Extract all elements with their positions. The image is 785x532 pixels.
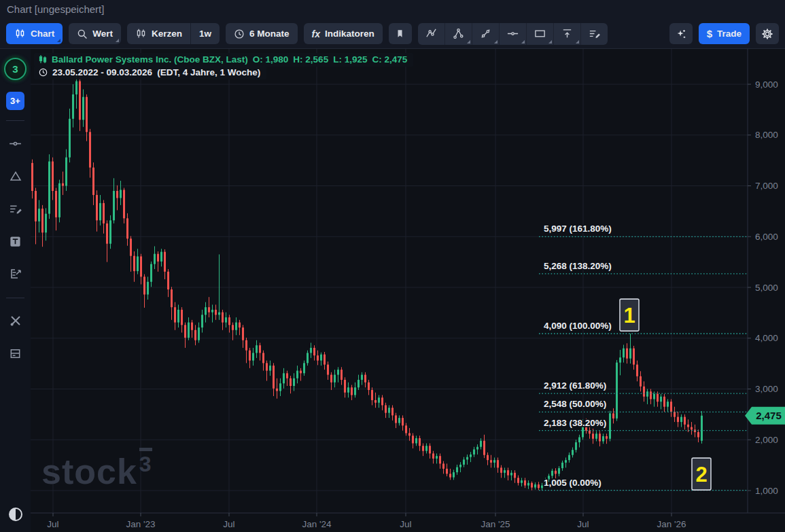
svg-text:Jul: Jul [577,519,589,529]
svg-text:9,000: 9,000 [755,79,778,90]
horizontal-line-tool-button[interactable] [499,23,526,45]
price-chart-canvas[interactable]: 5,997 (161.80%)5,268 (138.20%)4,090 (100… [31,49,785,532]
horizontal-line-icon [506,27,519,40]
sidebar-triangle-pattern-tool[interactable] [8,169,23,183]
sidebar-horizontal-line-tool[interactable] [8,136,23,151]
svg-text:Jul: Jul [400,519,411,529]
arrow-up-to-line-tool-button[interactable] [553,23,580,45]
svg-text:2,000: 2,000 [755,435,778,445]
svg-text:2,548 (50.00%): 2,548 (50.00%) [544,399,606,409]
curve-tool-button[interactable] [418,23,444,45]
fx-icon: fx [312,29,320,39]
sidebar-annotation-tool[interactable] [8,266,23,281]
indicator-edit-tool-button[interactable] [580,23,608,45]
instrument-search-button[interactable]: Wert [69,23,121,44]
legend-date-range: 23.05.2022 - 09.03.2026 [52,67,152,77]
trendline-icon [479,27,492,40]
rectangle-icon [534,27,546,40]
drawing-tools-group [418,23,608,45]
date-range-legend[interactable]: 23.05.2022 - 09.03.2026(EDT, 4 Jahre, 1 … [34,66,266,79]
svg-text:2,183 (38.20%): 2,183 (38.20%) [544,418,606,428]
svg-text:1: 1 [623,304,635,327]
bookmark-button[interactable] [389,23,412,44]
interval-button[interactable]: 1w [191,23,220,44]
svg-text:8,000: 8,000 [755,130,778,140]
svg-text:3,000: 3,000 [755,384,778,394]
svg-text:Jan '25: Jan '25 [481,519,510,529]
pitchfork-tool-button[interactable] [444,23,472,45]
legend-range-detail: (EDT, 4 Jahre, 1 Woche) [157,67,260,77]
rectangle-tool-button[interactable] [526,23,553,45]
dollar-icon: $ [707,28,712,39]
sparkles-icon [675,28,687,40]
arrow-up-to-line-icon [561,27,574,40]
chart-tab-button[interactable]: Chart [6,23,63,44]
trade-button[interactable]: $ Trade [699,23,750,44]
sidebar-indicator-edit-tool[interactable] [8,201,23,216]
svg-text:5,000: 5,000 [755,283,778,293]
zigzag-points-icon [425,27,438,40]
svg-text:6,000: 6,000 [755,232,778,242]
legend-open: O: 1,980 [253,54,289,65]
divider [6,120,24,121]
candlestick-icon [135,28,147,39]
ai-assistant-button[interactable] [669,23,693,44]
sliders-pencil-icon [588,27,601,40]
left-sidebar: 3 3+ [0,49,31,532]
instrument-search-label: Wert [92,29,113,39]
svg-text:5,997 (161.80%): 5,997 (161.80%) [544,224,612,234]
window-title: Chart [ungespeichert] [7,3,104,15]
svg-text:1,005 (0.00%): 1,005 (0.00%) [544,478,601,488]
chart-type-button[interactable]: Kerzen [127,23,190,44]
indicators-label: Indikatoren [325,29,374,39]
theme-toggle-icon[interactable] [9,508,22,521]
angle-lines-icon [452,27,465,40]
legend-low: L: 1,925 [333,54,367,65]
instrument-name: Ballard Power Systems Inc. (Cboe BZX, La… [52,54,248,65]
svg-text:2,912 (61.80%): 2,912 (61.80%) [544,380,606,391]
svg-text:1,000: 1,000 [755,486,778,496]
svg-text:Jul: Jul [223,519,234,529]
time-range-label: 6 Monate [249,29,290,39]
candlestick-icon [14,28,26,39]
indicators-button[interactable]: fx Indikatoren [304,23,383,44]
legend-high: H: 2,565 [293,54,328,65]
clock-icon [234,29,245,39]
chart-type-label: Kerzen [152,29,182,39]
settings-button[interactable] [756,23,779,44]
svg-text:4,000: 4,000 [755,333,778,343]
stock3-logo[interactable]: 3 [4,58,27,80]
svg-text:7,000: 7,000 [755,181,778,191]
time-range-button[interactable]: 6 Monate [226,23,298,44]
svg-text:Jul: Jul [47,519,58,529]
divider [6,298,24,298]
chart-region: 5,997 (161.80%)5,268 (138.20%)4,090 (100… [31,49,785,532]
chart-tab-label: Chart [31,29,54,39]
instrument-legend[interactable]: Ballard Power Systems Inc. (Cboe BZX, La… [34,53,413,67]
trendline-tool-button[interactable] [472,23,499,45]
clock-icon [39,68,48,77]
chart-type-interval-group: Kerzen 1w [127,23,220,44]
stock3-plus-button[interactable]: 3+ [6,92,24,110]
gear-icon [761,28,773,40]
svg-text:5,268 (138.20%): 5,268 (138.20%) [544,261,612,271]
svg-text:2,475: 2,475 [756,410,782,421]
sidebar-layout-panels[interactable] [8,346,23,361]
bookmark-icon [395,29,405,39]
svg-text:4,090 (100.00%): 4,090 (100.00%) [544,321,612,331]
interval-label: 1w [199,29,211,39]
window-titlebar: Chart [ungespeichert] [0,0,785,19]
search-icon [77,29,88,39]
trade-label: Trade [717,29,742,39]
sidebar-text-tool[interactable] [8,234,23,249]
svg-text:Jan '26: Jan '26 [657,519,686,529]
sidebar-tools[interactable] [8,313,23,328]
svg-text:2: 2 [695,463,707,486]
toolbar-right-cluster: $ Trade [669,23,779,44]
main-toolbar: Chart Wert Kerzen 1w [0,19,785,49]
legend-close: C: 2,475 [372,54,407,65]
svg-text:Jan '24: Jan '24 [302,519,332,529]
svg-text:Jan '23: Jan '23 [126,519,155,529]
candlestick-icon [39,55,47,65]
stock3-chart-window: { "window": { "title": "Chart [ungespeic… [0,0,785,532]
